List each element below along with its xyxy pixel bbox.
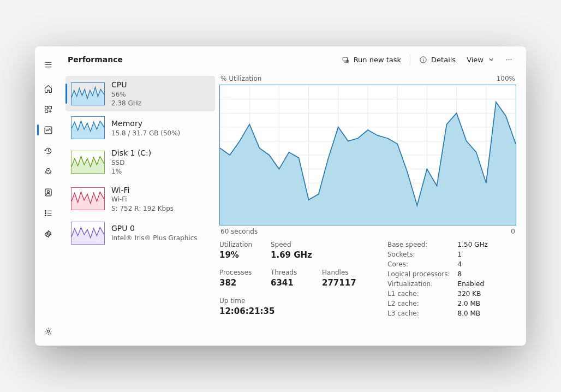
wifi-mini-chart <box>71 187 105 210</box>
gpu-sub1: Intel® Iris® Plus Graphics <box>111 234 198 242</box>
more-button[interactable] <box>499 52 518 67</box>
chevron-down-icon <box>488 57 494 62</box>
svg-point-8 <box>45 212 46 213</box>
info-icon <box>419 56 427 64</box>
run-task-icon <box>342 56 350 64</box>
svg-point-7 <box>45 210 46 211</box>
chart-ylabel: % Utilization <box>220 75 261 82</box>
task-manager-window: Performance Run new task Details View <box>35 46 526 346</box>
chart-xlabel-right: 0 <box>511 228 515 235</box>
memory-title: Memory <box>111 118 180 129</box>
wifi-title: Wi-Fi <box>111 185 174 195</box>
page-title: Performance <box>68 55 123 64</box>
chart-xlabel-left: 60 seconds <box>220 228 258 235</box>
details-label: Details <box>431 56 456 64</box>
svg-point-4 <box>47 170 49 171</box>
stat-uptime: Up time 12:06:21:35 <box>219 297 320 317</box>
svg-point-11 <box>47 330 49 332</box>
stats-left: Utilization 19% Speed 1.69 GHz Processes… <box>219 241 371 317</box>
services-icon <box>44 229 53 239</box>
startup-icon <box>44 167 53 176</box>
stat-handles: Handles 277117 <box>322 269 371 289</box>
disk-title: Disk 1 (C:) <box>111 148 151 158</box>
svg-rect-2 <box>45 110 47 112</box>
stat-threads: Threads 6341 <box>271 269 320 289</box>
stat-speed: Speed 1.69 GHz <box>271 241 320 261</box>
spec-value: 8 <box>458 270 488 278</box>
home-icon <box>44 84 53 93</box>
memory-mini-chart <box>71 116 105 139</box>
sidebar-item-memory[interactable]: Memory 15.8 / 31.7 GB (50%) <box>65 112 215 143</box>
performance-sidebar: CPU 56% 2.38 GHz Memory 15.8 / 31.7 GB (… <box>61 73 219 346</box>
svg-rect-1 <box>49 106 51 109</box>
svg-rect-0 <box>45 106 47 109</box>
svg-point-18 <box>510 59 511 60</box>
main-area: Performance Run new task Details View <box>61 46 526 346</box>
hamburger-icon <box>44 60 53 69</box>
run-new-task-label: Run new task <box>354 56 401 64</box>
nav-services[interactable] <box>37 223 59 244</box>
stats-right: Base speed:1.50 GHz Sockets:1 Cores:4 Lo… <box>387 241 488 317</box>
wifi-sub1: Wi-Fi <box>111 195 174 204</box>
performance-icon <box>44 126 53 135</box>
stat-utilization: Utilization 19% <box>219 241 268 261</box>
nav-users[interactable] <box>37 182 59 203</box>
disk-mini-chart <box>71 151 105 174</box>
nav-details[interactable] <box>37 203 59 223</box>
svg-point-17 <box>509 59 510 60</box>
spec-value: 8.0 MB <box>458 310 488 317</box>
header: Performance Run new task Details View <box>61 46 526 73</box>
sidebar-item-wifi[interactable]: Wi-Fi Wi-Fi S: 752 R: 192 Kbps <box>65 181 215 217</box>
run-new-task-button[interactable]: Run new task <box>336 52 407 67</box>
spec-value: 1.50 GHz <box>458 241 488 248</box>
spec-label: Logical processors: <box>387 270 450 278</box>
chart-ymax: 100% <box>497 75 515 82</box>
svg-point-10 <box>47 233 49 235</box>
gpu-mini-chart <box>71 222 105 245</box>
stat-processes: Processes 382 <box>219 269 268 289</box>
gpu-title: GPU 0 <box>111 223 198 234</box>
spec-label: Virtualization: <box>387 280 450 288</box>
cpu-sub2: 2.38 GHz <box>111 99 141 108</box>
chart-footer: 60 seconds 0 <box>219 225 516 241</box>
nav-home[interactable] <box>37 78 59 99</box>
spec-label: Cores: <box>387 260 450 268</box>
spec-label: L2 cache: <box>387 300 450 307</box>
content: CPU 56% 2.38 GHz Memory 15.8 / 31.7 GB (… <box>61 73 526 346</box>
more-icon <box>505 56 513 64</box>
view-label: View <box>467 56 484 64</box>
processes-icon <box>44 105 53 114</box>
svg-point-9 <box>45 215 46 216</box>
nav-performance[interactable] <box>37 120 59 140</box>
separator <box>410 54 410 65</box>
spec-label: L1 cache: <box>387 290 450 298</box>
spec-value: 2.0 MB <box>458 300 488 307</box>
nav-settings[interactable] <box>37 320 59 341</box>
view-button[interactable]: View <box>461 52 499 67</box>
sidebar-item-disk[interactable]: Disk 1 (C:) SSD 1% <box>65 144 215 180</box>
spec-value: 4 <box>458 260 488 268</box>
memory-sub1: 15.8 / 31.7 GB (50%) <box>111 129 180 138</box>
history-icon <box>44 146 53 156</box>
wifi-sub2: S: 752 R: 192 Kbps <box>111 204 174 213</box>
nav-history[interactable] <box>37 140 59 161</box>
spec-label: Sockets: <box>387 251 450 258</box>
hamburger-button[interactable] <box>37 54 59 75</box>
stats-row: Utilization 19% Speed 1.69 GHz Processes… <box>219 241 516 317</box>
nav-rail <box>35 46 61 346</box>
sidebar-item-cpu[interactable]: CPU 56% 2.38 GHz <box>65 76 215 111</box>
nav-processes[interactable] <box>37 99 59 120</box>
sidebar-item-gpu[interactable]: GPU 0 Intel® Iris® Plus Graphics <box>65 218 215 248</box>
svg-point-6 <box>47 190 49 192</box>
spec-label: L3 cache: <box>387 310 450 317</box>
nav-startup[interactable] <box>37 161 59 182</box>
spec-value: 320 KB <box>458 290 488 298</box>
spec-label: Base speed: <box>387 241 450 248</box>
cpu-title: CPU <box>111 80 141 90</box>
detail-pane: % Utilization 100% <box>219 73 526 346</box>
cpu-sub1: 56% <box>111 90 141 99</box>
chart-header: % Utilization 100% <box>219 75 516 85</box>
details-icon <box>44 209 53 218</box>
details-button[interactable]: Details <box>414 52 461 67</box>
spec-value: Enabled <box>458 280 488 288</box>
